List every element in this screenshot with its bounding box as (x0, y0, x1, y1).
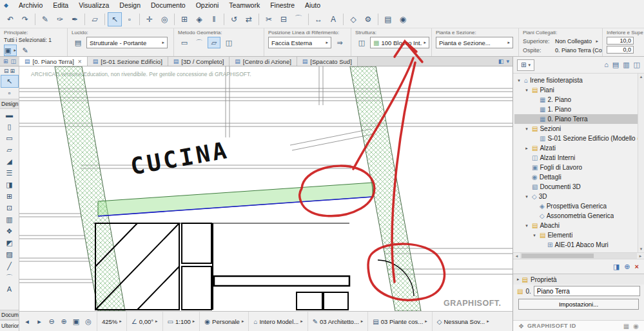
tree-item-prospettiva-generica[interactable]: ◈Prospettiva Generica (514, 201, 638, 211)
arrow-tool-icon[interactable]: ↖ (1, 75, 18, 87)
tree-item-alzati-interni[interactable]: ◫Alzati Interni (514, 153, 638, 163)
tree-item-0-piano-terra[interactable]: ▦0. Piano Terra (514, 114, 638, 124)
mirror-icon[interactable]: ⇄ (242, 12, 256, 26)
tree-item-alzati[interactable]: ▸▤Alzati (514, 143, 638, 153)
eraser-icon[interactable]: ▱ (88, 12, 102, 26)
tree-item-fogli-di-lavoro[interactable]: ▣Fogli di Lavoro (514, 163, 638, 172)
zoom-in-icon[interactable]: ⊕ (58, 316, 70, 327)
drawing-canvas[interactable]: ARCHICAD versione Education, non rivendi… (19, 66, 512, 311)
tree-item-1-piano[interactable]: ▦1. Piano (514, 105, 638, 114)
chevron-down-icon[interactable]: ▾ (523, 223, 530, 228)
zoom-icon[interactable]: ◎ (157, 12, 171, 26)
curtain-wall-tool-icon[interactable]: ▥ (1, 214, 18, 225)
redo-icon[interactable]: ↷ (18, 12, 32, 26)
grid-snap-icon[interactable]: ⊞ (177, 12, 191, 26)
stair-tool-icon[interactable]: ☰ (1, 167, 18, 179)
chevron-down-icon[interactable]: ▾ (523, 126, 530, 132)
new-viewpoint-icon[interactable]: ⊕ (624, 263, 630, 271)
menu-item-finestre[interactable]: Finestre (265, 1, 300, 10)
line-tool-icon[interactable]: ╱ (1, 260, 18, 272)
arrow-icon[interactable]: ↖ (108, 12, 122, 26)
chevron-down-icon[interactable]: ▾ (516, 78, 522, 83)
split-icon[interactable]: ⊟ (277, 12, 291, 26)
roof-tool-icon[interactable]: ◢ (1, 155, 18, 167)
hscroll-track[interactable] (520, 253, 637, 259)
tree-item-sezioni[interactable]: ▾▤Sezioni (514, 124, 638, 134)
quick-options-icon[interactable]: ⌂ (604, 61, 609, 69)
reference-line-combo[interactable]: Faccia Esterna▸ (268, 37, 331, 48)
chevron-down-icon[interactable]: ▾ (523, 194, 530, 199)
pick-up-parameters-icon[interactable]: ✑ (53, 12, 67, 26)
story-name-input[interactable] (534, 286, 640, 296)
tree-item-assonometria-generica[interactable]: ◇Assonometria Generica (514, 211, 638, 221)
scroll-forward-icon[interactable]: ▸ (34, 316, 45, 327)
menu-item-design[interactable]: Design (114, 1, 146, 10)
publisher-icon[interactable]: ◫ (634, 61, 640, 69)
close-icon[interactable]: × (78, 58, 82, 65)
menu-item-opzioni[interactable]: Opzioni (191, 1, 224, 10)
menu-item-archivio[interactable]: Archivio (14, 1, 48, 10)
pan-icon[interactable]: ✛ (142, 12, 157, 26)
window-tool-icon[interactable]: ⊞ (1, 190, 18, 202)
slab-tool-icon[interactable]: ▱ (1, 144, 18, 155)
chevron-down-icon[interactable]: ▾ (531, 233, 538, 238)
model-view-control[interactable]: ⌂Intero Model...▸ (248, 312, 307, 331)
tree-hscrollbar[interactable]: ◂ ▸ (513, 252, 644, 259)
scroll-back-icon[interactable]: ◂ (21, 316, 33, 327)
geometry-box-icon[interactable]: ◫ (222, 37, 235, 48)
camera-icon[interactable]: ◉ (396, 12, 410, 26)
dimension-icon[interactable]: ↔ (311, 12, 326, 26)
tree-item-irene-fisioterapista[interactable]: ▾⌂Irene fisioterapista (514, 75, 638, 85)
menu-item-visualizza[interactable]: Visualizza (73, 1, 114, 10)
scroll-left-icon[interactable]: ◂ (513, 254, 520, 259)
tree-vscrollbar[interactable]: ▴ ▾ (638, 74, 644, 252)
tree-item-s-01-sezione-edificio-modello-con-ric[interactable]: ▥S-01 Sezione Edificio (Modello con ric.… (514, 134, 638, 143)
pop-up-navigator-icon[interactable]: ◧ (498, 58, 504, 65)
arc-tool-icon[interactable]: ⌒ (1, 272, 18, 283)
zoom-options-icon[interactable]: ◎ (83, 316, 94, 327)
project-chooser-button[interactable]: ⊞▾ (517, 59, 534, 71)
text-tool-icon[interactable]: A (1, 283, 18, 295)
door-tool-icon[interactable]: ◨ (1, 179, 18, 190)
composite-icon[interactable]: ◫ (355, 37, 368, 48)
scroll-right-icon[interactable]: ▸ (637, 254, 644, 259)
tree-item-documenti-3d[interactable]: ▧Documenti 3D (514, 182, 638, 192)
settings-button[interactable]: Impostazioni... (518, 299, 639, 310)
favorites-icon[interactable]: ✎ (19, 45, 32, 56)
graphic-override-control[interactable]: ◇Nessuna Sov...▸ (432, 312, 494, 331)
zoom-control[interactable]: 425%▸ (97, 312, 126, 331)
geometry-curved-icon[interactable]: ⌒ (193, 37, 206, 48)
hscroll-thumb[interactable] (522, 254, 594, 258)
toolbox-grid-icon[interactable]: ⊞ (10, 68, 15, 74)
new-tab-icon[interactable]: ▾ (506, 58, 509, 65)
toolbox-collapse-icon[interactable]: ⊟ (4, 68, 9, 74)
rotate-icon[interactable]: ↺ (227, 12, 241, 26)
tree-item-piani[interactable]: ▾▤Piani (514, 85, 638, 95)
tab-0-piano-terra[interactable]: ▤[0. Piano Terra]× (19, 57, 88, 66)
menu-item-edita[interactable]: Edita (48, 1, 73, 10)
account-icon[interactable]: ◉ (633, 323, 639, 330)
ospite-combo[interactable]: 0. Piano Terra (Co...▸ (555, 47, 603, 54)
inject-parameters-icon[interactable]: ✒ (68, 12, 82, 26)
geometry-single-icon[interactable]: ▭ (178, 37, 191, 48)
text-tool-icon[interactable]: A (326, 12, 340, 26)
column-tool-icon[interactable]: ▯ (1, 121, 18, 132)
wall-settings-icon[interactable]: ▣▸ (4, 45, 17, 56)
fillet-icon[interactable]: ⌒ (291, 12, 306, 26)
superiore-combo[interactable]: Non Collegato▸ (555, 38, 598, 45)
selected-beam[interactable] (98, 183, 373, 216)
chevron-down-icon[interactable]: ▾ (523, 88, 530, 93)
rotation-control[interactable]: ∠0,00°▸ (126, 312, 162, 331)
marquee-tool-icon[interactable]: ▫ (1, 87, 18, 99)
layer-combo[interactable]: Strutturale - Portante▸ (86, 37, 168, 48)
tab-3d-completo[interactable]: ▤[3D / Completo] (168, 57, 230, 66)
menu-item-documento[interactable]: Documento (146, 1, 191, 10)
scroll-down-icon[interactable]: ▾ (640, 246, 643, 252)
marquee-icon[interactable]: ▫ (122, 12, 137, 26)
zone-tool-icon[interactable]: ◩ (1, 237, 18, 248)
close-palette-icon[interactable]: × (635, 263, 639, 270)
tree-item-dettagli[interactable]: ◉Dettagli (514, 172, 638, 182)
structure-combo[interactable]: ▩ 100 Blocco Int...▸ (370, 37, 429, 48)
tree-item-3d[interactable]: ▾◇3D (514, 192, 638, 201)
parallel-guides-icon[interactable]: ‖ (207, 12, 221, 26)
